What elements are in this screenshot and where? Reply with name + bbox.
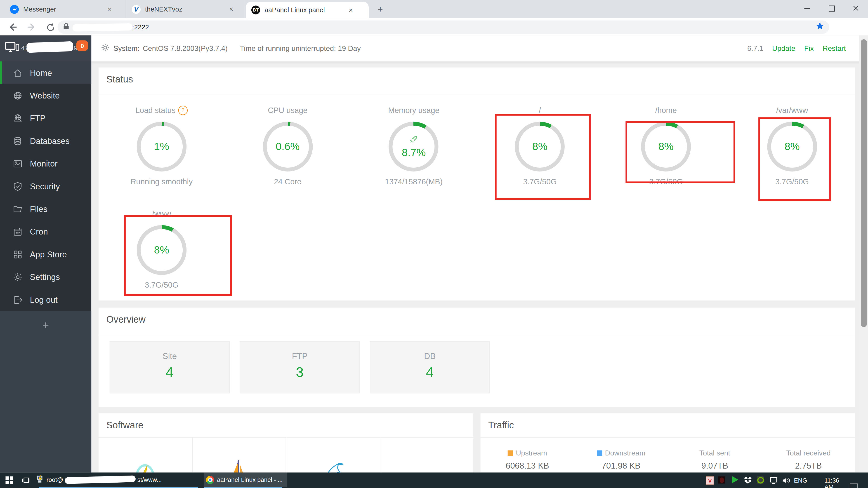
sidebar-item-home[interactable]: Home	[0, 61, 91, 84]
tab-close-icon[interactable]: ×	[105, 5, 114, 13]
tab-messenger[interactable]: Messenger ×	[4, 0, 126, 18]
sidebar-item-website[interactable]: Website	[0, 84, 91, 107]
gauge-label: 3.7G/50G	[603, 177, 729, 186]
gauge-value: 8%	[784, 140, 800, 153]
logout-icon	[13, 295, 23, 304]
scrollbar-thumb[interactable]	[861, 39, 867, 327]
browser-toolbar: :2222 K	[0, 18, 868, 36]
tab-close-icon[interactable]: ×	[227, 5, 236, 13]
tray-nvidia-icon[interactable]	[757, 477, 764, 484]
system-value: CentOS 7.8.2003(Py3.7.4)	[143, 44, 228, 53]
help-icon[interactable]: ?	[178, 105, 188, 115]
tab-title: aaPanel Linux panel	[265, 6, 342, 14]
sidebar-item-app-store[interactable]: App Store	[0, 243, 91, 265]
sidebar-item-databases[interactable]: Databases	[0, 129, 91, 152]
tab-thenextvoz[interactable]: V theNEXTvoz ×	[126, 0, 246, 18]
traffic-value: 9.07TB	[668, 461, 762, 470]
status-panel: Status Load status? 1% Running smoothly …	[98, 68, 855, 300]
restart-link[interactable]: Restart	[823, 44, 846, 53]
clock[interactable]: 11:36 AM	[825, 477, 839, 488]
tray-play-icon[interactable]	[733, 477, 739, 483]
back-icon[interactable]	[5, 20, 20, 34]
traffic-value: 2.75TB	[762, 461, 855, 470]
gauge-memory-usage: Memory usage 8.7% 1374/15876(MB)	[351, 105, 477, 186]
gauge-value: 8.7%	[402, 147, 426, 159]
update-link[interactable]: Update	[772, 44, 796, 53]
window-minimize-button[interactable]	[795, 0, 819, 17]
gauge-disk-www: /www 8% 3.7G/50G	[98, 208, 225, 289]
calendar-icon	[13, 227, 23, 236]
overview-box-site[interactable]: Site 4	[110, 341, 230, 393]
sidebar-item-security[interactable]: Security	[0, 175, 91, 197]
start-button-icon[interactable]	[5, 477, 13, 484]
sidebar-item-cron[interactable]: Cron	[0, 220, 91, 243]
running-app-underline	[39, 487, 198, 488]
action-center-icon[interactable]	[850, 484, 858, 488]
ftp-network-icon	[13, 113, 23, 123]
divider	[98, 335, 855, 335]
language-indicator[interactable]: ENG	[794, 477, 807, 484]
gauge-title: Load status	[135, 106, 176, 115]
window-maximize-button[interactable]	[819, 0, 844, 17]
panel-topbar: System: CentOS 7.8.2003(Py3.7.4) Time of…	[91, 35, 868, 62]
globe-icon	[13, 90, 23, 100]
address-bar[interactable]: :2222	[58, 21, 829, 34]
tab-title: Messenger	[23, 5, 101, 13]
tab-title: theNEXTvoz	[145, 5, 223, 13]
tray-antivirus-icon[interactable]: V	[706, 477, 714, 485]
sidebar-add-area[interactable]: +	[0, 311, 91, 473]
traffic-label: Downstream	[605, 449, 645, 457]
gauge-label: Running smoothly	[98, 177, 225, 186]
sidebar-item-logout[interactable]: Log out	[0, 288, 91, 311]
sidebar-item-settings[interactable]: Settings	[0, 266, 91, 288]
gauge-title: CPU usage	[268, 106, 307, 115]
overview-box-db[interactable]: DB 4	[370, 341, 490, 393]
gauge-title: /www	[152, 209, 171, 218]
sidebar-item-monitor[interactable]: Monitor	[0, 152, 91, 175]
software-panel-title: Software	[106, 420, 143, 431]
tray-dropbox-icon[interactable]	[744, 477, 752, 486]
tray-network-icon[interactable]	[770, 477, 778, 486]
status-panel-title: Status	[106, 74, 133, 85]
bookmark-star-icon[interactable]	[816, 22, 824, 32]
tab-close-icon[interactable]: ×	[346, 6, 355, 14]
chrome-icon	[206, 476, 214, 484]
gauge-ring: 8%	[515, 122, 565, 171]
gauge-title: /	[539, 106, 541, 115]
overview-box-ftp[interactable]: FTP 3	[240, 341, 360, 393]
page-scrollbar[interactable]	[859, 35, 868, 473]
forward-icon[interactable]	[24, 20, 39, 34]
reload-icon[interactable]	[43, 20, 58, 34]
sidebar-item-label: Website	[30, 91, 60, 100]
gauge-title: /home	[655, 106, 677, 115]
shield-icon	[13, 181, 23, 191]
window-close-button[interactable]	[844, 0, 868, 17]
fix-link[interactable]: Fix	[804, 44, 814, 53]
tray-app-icon[interactable]	[718, 477, 725, 484]
sidebar-header[interactable]: 47 9 0	[0, 35, 91, 61]
thenextvoz-favicon: V	[132, 5, 141, 13]
traffic-panel-title: Traffic	[488, 420, 514, 431]
taskbar-chrome-button[interactable]: aaPanel Linux panel - ...	[204, 473, 287, 487]
app-grid-icon	[13, 249, 23, 259]
sidebar-item-files[interactable]: Files	[0, 197, 91, 220]
sidebar-item-label: App Store	[30, 250, 67, 259]
plus-icon[interactable]: +	[42, 319, 49, 331]
tab-aapanel-active[interactable]: BT aaPanel Linux panel ×	[246, 2, 369, 18]
gauge-value: 8%	[658, 140, 674, 153]
overview-count: 4	[110, 364, 229, 380]
tray-volume-icon[interactable]	[782, 477, 790, 486]
traffic-upstream: Upstream 6068.13 KB	[480, 437, 574, 470]
gauge-ring: 8%	[767, 122, 817, 171]
rocket-icon[interactable]	[409, 135, 418, 146]
running-app-underline	[204, 487, 282, 488]
taskbar-putty-button[interactable]: root@ st/www...	[37, 473, 200, 487]
overview-label: DB	[370, 351, 489, 361]
new-tab-button[interactable]: +	[374, 4, 386, 16]
sidebar-item-label: Security	[30, 182, 60, 191]
gauge-label: 1374/15876(MB)	[351, 177, 477, 186]
sidebar-item-ftp[interactable]: FTP	[0, 107, 91, 129]
notification-badge[interactable]: 0	[76, 40, 88, 51]
overview-count: 4	[370, 364, 489, 380]
task-view-icon[interactable]	[22, 477, 31, 486]
